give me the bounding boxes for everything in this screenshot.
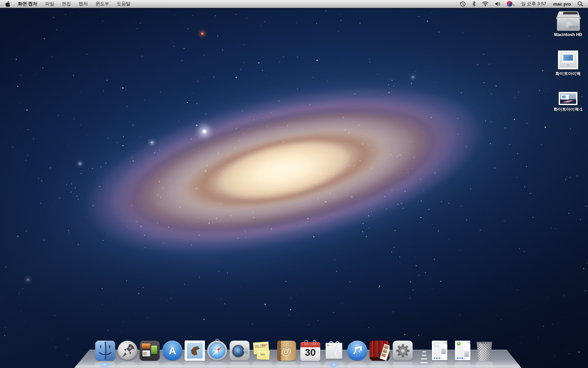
document-icon <box>455 341 470 360</box>
desktop-icon-macintosh-hd[interactable]: Macintosh HD <box>552 10 584 37</box>
hard-drive-icon <box>555 10 581 31</box>
bright-star <box>151 142 153 144</box>
desktop-icon-white-imac[interactable]: 화이트아이맥 <box>552 50 584 77</box>
dock-divider[interactable] <box>419 350 429 365</box>
dock-item-stickies[interactable]: 555-7361 Eggs Milk <box>253 341 273 361</box>
address-book-at-glyph: @ <box>281 345 291 357</box>
dock-item-document-1[interactable] <box>432 341 447 361</box>
korean-flag-icon <box>507 1 512 7</box>
wallpaper-galaxy <box>0 7 578 333</box>
trash-icon <box>476 341 493 361</box>
menu-bar-clock[interactable]: 일 오후 3:57 <box>518 1 550 7</box>
stickies-red-text: Eggs <box>262 343 267 346</box>
dock-item-ical[interactable]: 30 <box>300 341 320 361</box>
time-machine-icon[interactable] <box>457 0 469 8</box>
volume-icon[interactable] <box>492 0 504 8</box>
dock-item-trash[interactable] <box>476 341 493 361</box>
desktop-screen: 화면 캡처 파일 편집 캡처 윈도우 도움말 2 일 오후 3 <box>0 0 588 368</box>
itunes-icon <box>347 341 367 361</box>
dock-item-app-store[interactable]: A <box>162 341 182 361</box>
dock-item-launchpad[interactable] <box>118 341 138 361</box>
menu-capture[interactable]: 캡처 <box>75 0 92 8</box>
running-indicator-grab <box>330 363 338 366</box>
bright-star-red <box>201 32 204 35</box>
fast-user-switching-menu[interactable]: mac pro <box>550 1 574 7</box>
safari-icon <box>207 341 227 361</box>
dock-item-document-2[interactable] <box>455 341 470 361</box>
photo-booth-icon <box>370 341 390 361</box>
mission-control-icon <box>140 341 160 361</box>
menu-window[interactable]: 윈도우 <box>92 0 113 8</box>
dock-item-mission-control[interactable] <box>140 341 160 361</box>
dock-item-system-preferences[interactable] <box>393 341 413 361</box>
input-source-korean-icon[interactable]: 2 <box>504 0 517 8</box>
dock-item-itunes[interactable] <box>347 341 367 361</box>
bluetooth-icon[interactable] <box>469 0 479 8</box>
ical-day-number: 30 <box>300 347 320 358</box>
system-preferences-icon <box>393 341 413 361</box>
dock-item-photo-booth[interactable] <box>370 341 390 361</box>
app-store-icon: A <box>162 341 182 361</box>
image-file-icon <box>558 50 578 69</box>
menu-bar-left: 화면 캡처 파일 편집 캡처 윈도우 도움말 <box>0 0 134 8</box>
mail-icon <box>185 341 205 361</box>
apple-menu[interactable] <box>5 1 10 7</box>
document-icon <box>432 341 447 360</box>
bright-star-white <box>202 129 207 134</box>
stickies-milk-text: Milk <box>260 353 265 356</box>
desktop-icon-label: 화이트아이맥-1 <box>552 107 584 113</box>
launchpad-icon <box>118 341 138 361</box>
menu-help[interactable]: 도움말 <box>113 0 134 8</box>
menu-bar-status-area: 2 일 오후 3:57 mac pro <box>457 0 588 8</box>
active-app-menu[interactable]: 화면 캡처 <box>14 0 41 8</box>
dock-item-address-book[interactable]: @ <box>276 341 296 361</box>
input-source-badge: 2 <box>513 4 514 8</box>
facetime-icon <box>230 341 250 361</box>
running-indicator-finder <box>101 363 109 366</box>
dock-item-mail[interactable] <box>185 341 205 361</box>
wifi-icon[interactable] <box>479 0 492 8</box>
bright-star <box>79 163 81 165</box>
desktop-icon-label: Macintosh HD <box>552 32 584 37</box>
dock-item-grab[interactable] <box>324 341 344 361</box>
address-book-icon: @ <box>277 341 296 361</box>
image-file-icon <box>559 92 578 105</box>
menu-bar: 화면 캡처 파일 편집 캡처 윈도우 도움말 2 일 오후 3 <box>0 0 588 8</box>
stickies-icon: 555-7361 Eggs Milk <box>253 341 273 361</box>
bright-star <box>27 279 29 281</box>
menu-file[interactable]: 파일 <box>41 0 58 8</box>
dock-item-facetime[interactable] <box>230 341 250 361</box>
dock-item-safari[interactable] <box>207 341 227 361</box>
wallpaper-vignette <box>0 0 588 368</box>
desktop-icon-white-imac-1[interactable]: 화이트아이맥-1 <box>552 92 584 113</box>
desktop-icon-label: 화이트아이맥 <box>552 71 584 77</box>
starfield <box>0 0 588 368</box>
dock-item-finder[interactable] <box>95 341 115 361</box>
menu-edit[interactable]: 편집 <box>58 0 75 8</box>
app-store-letter: A <box>169 345 176 357</box>
grab-screen-capture-icon <box>324 341 344 361</box>
ical-icon: 30 <box>300 342 320 361</box>
finder-icon <box>95 341 115 361</box>
spotlight-icon[interactable] <box>574 0 588 8</box>
bright-star <box>412 76 414 78</box>
